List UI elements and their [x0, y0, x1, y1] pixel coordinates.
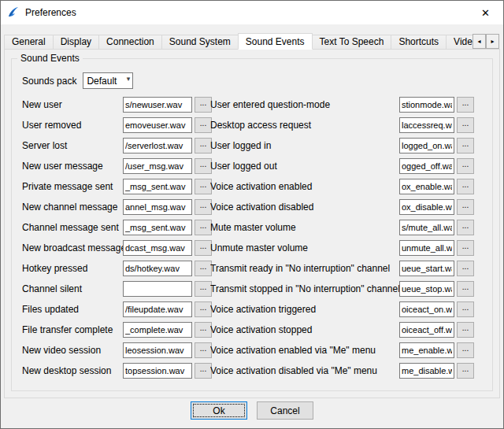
sound-file-input[interactable]: [399, 97, 454, 113]
sound-event-row: Voice activation enabled...: [210, 179, 474, 194]
browse-button[interactable]: ...: [195, 322, 212, 338]
sound-file-input[interactable]: [399, 158, 454, 174]
sound-file-input[interactable]: [123, 301, 192, 317]
sound-event-label: Voice activation enabled via "Me" menu: [210, 345, 399, 356]
cancel-button[interactable]: Cancel: [257, 401, 313, 420]
browse-button[interactable]: ...: [457, 199, 474, 215]
sounds-pack-select[interactable]: Default ▾: [83, 72, 133, 89]
browse-button[interactable]: ...: [195, 179, 212, 194]
tab-scroll-left-button[interactable]: ◂: [472, 34, 486, 49]
sound-file-input[interactable]: [399, 342, 454, 358]
sound-file-input[interactable]: [123, 179, 192, 194]
tab-scroll-spinner: ◂ ▸: [472, 34, 499, 49]
tab-general[interactable]: General: [4, 35, 54, 50]
browse-button[interactable]: ...: [457, 261, 474, 276]
arrow-right-icon: ▸: [491, 38, 494, 45]
sound-event-row: Voice activation disabled...: [210, 199, 474, 215]
sound-file-input[interactable]: [123, 158, 192, 174]
sound-file-input[interactable]: [123, 117, 192, 133]
tab-sound-system[interactable]: Sound System: [161, 35, 239, 50]
sound-file-input[interactable]: [399, 261, 454, 276]
browse-button[interactable]: ...: [457, 240, 474, 256]
sound-file-input[interactable]: [399, 363, 454, 379]
browse-button[interactable]: ...: [457, 363, 474, 379]
sound-event-row: Transmit ready in "No interruption" chan…: [210, 261, 474, 276]
browse-button[interactable]: ...: [195, 97, 212, 113]
browse-button[interactable]: ...: [457, 281, 474, 297]
browse-button[interactable]: ...: [195, 240, 212, 256]
tab-text-to-speech[interactable]: Text To Speech: [312, 35, 392, 50]
sound-event-row: New user message...: [22, 158, 212, 174]
tab-scroll-right-button[interactable]: ▸: [486, 34, 499, 49]
sound-file-input[interactable]: [399, 117, 454, 133]
sound-file-input[interactable]: [399, 138, 454, 153]
browse-button[interactable]: ...: [457, 138, 474, 153]
sound-file-input[interactable]: [399, 220, 454, 235]
sound-event-label: New broadcast message: [22, 242, 123, 253]
tab-connection[interactable]: Connection: [98, 35, 162, 50]
browse-button[interactable]: ...: [457, 179, 474, 194]
browse-button[interactable]: ...: [195, 138, 212, 153]
browse-button[interactable]: ...: [195, 301, 212, 317]
sound-event-label: Voice activation stopped: [210, 324, 399, 335]
sound-event-row: User entered question-mode...: [210, 97, 474, 113]
sound-file-input[interactable]: [123, 281, 192, 297]
tab-display[interactable]: Display: [53, 35, 99, 50]
browse-button[interactable]: ...: [195, 199, 212, 215]
browse-button[interactable]: ...: [457, 342, 474, 358]
browse-button[interactable]: ...: [195, 342, 212, 358]
sound-file-input[interactable]: [123, 97, 192, 113]
ok-button[interactable]: Ok: [191, 401, 247, 420]
dialog-buttons: Ok Cancel: [1, 401, 503, 420]
sound-file-input[interactable]: [399, 322, 454, 338]
browse-button[interactable]: ...: [457, 97, 474, 113]
sound-file-input[interactable]: [123, 322, 192, 338]
browse-button[interactable]: ...: [457, 220, 474, 235]
sound-file-input[interactable]: [399, 179, 454, 194]
sound-event-label: Transmit ready in "No interruption" chan…: [210, 263, 399, 274]
sound-file-input[interactable]: [123, 199, 192, 215]
sound-events-groupbox: Sound Events Sounds pack Default ▾ New u…: [11, 58, 493, 391]
sound-event-row: User logged out...: [210, 158, 474, 174]
browse-button[interactable]: ...: [195, 158, 212, 174]
sound-file-input[interactable]: [123, 261, 192, 276]
sound-event-label: Channel silent: [22, 283, 123, 294]
sound-events-right-column: User entered question-mode...Desktop acc…: [210, 97, 474, 379]
sound-file-input[interactable]: [399, 240, 454, 256]
sound-file-input[interactable]: [123, 138, 192, 153]
browse-button[interactable]: ...: [457, 158, 474, 174]
browse-button[interactable]: ...: [195, 261, 212, 276]
browse-button[interactable]: ...: [195, 363, 212, 379]
sounds-pack-value: Default: [87, 76, 117, 87]
tab-sound-events[interactable]: Sound Events: [238, 33, 313, 50]
sound-event-label: Channel message sent: [22, 222, 123, 233]
browse-button[interactable]: ...: [195, 281, 212, 297]
tab-shortcuts[interactable]: Shortcuts: [391, 35, 447, 50]
sound-event-label: Transmit stopped in "No interruption" ch…: [210, 283, 399, 294]
sound-event-label: File transfer complete: [22, 324, 123, 335]
sound-file-input[interactable]: [399, 301, 454, 317]
browse-button[interactable]: ...: [195, 117, 212, 133]
browse-button[interactable]: ...: [457, 301, 474, 317]
sound-event-label: Voice activation disabled via "Me" menu: [210, 365, 399, 376]
sound-event-label: New user: [22, 99, 123, 110]
browse-button[interactable]: ...: [457, 117, 474, 133]
app-icon: [7, 6, 20, 19]
sound-file-input[interactable]: [123, 342, 192, 358]
sound-event-row: Transmit stopped in "No interruption" ch…: [210, 281, 474, 297]
sound-event-row: Desktop access request...: [210, 117, 474, 133]
sound-file-input[interactable]: [399, 199, 454, 215]
sound-event-label: Voice activation enabled: [210, 181, 399, 192]
sound-file-input[interactable]: [123, 363, 192, 379]
sound-event-label: Desktop access request: [210, 120, 399, 131]
browse-button[interactable]: ...: [195, 220, 212, 235]
close-button[interactable]: ✕: [468, 1, 503, 24]
sound-file-input[interactable]: [123, 220, 192, 235]
sound-event-label: Files updated: [22, 304, 123, 315]
browse-button[interactable]: ...: [457, 322, 474, 338]
sound-file-input[interactable]: [123, 240, 192, 256]
sound-event-row: Server lost...: [22, 138, 212, 153]
sound-file-input[interactable]: [399, 281, 454, 297]
sound-event-label: Voice activation triggered: [210, 304, 399, 315]
title-bar: Preferences ✕: [1, 1, 503, 24]
